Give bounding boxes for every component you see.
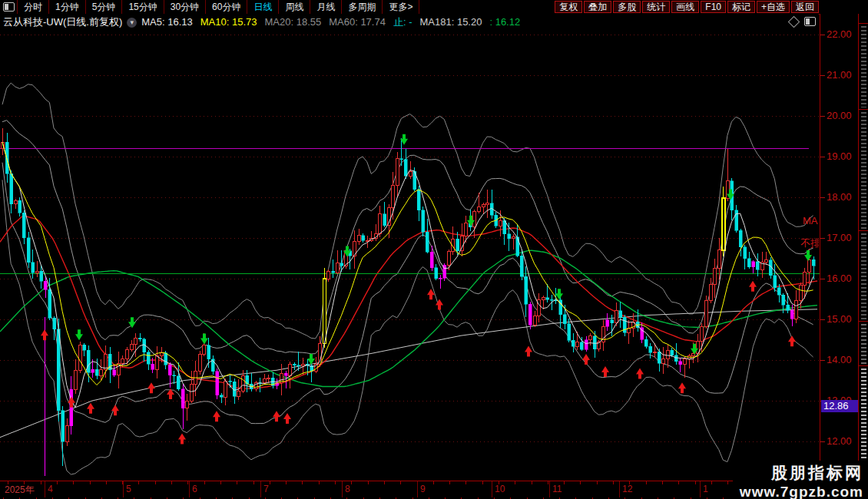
toolbar-button-6[interactable]: F10: [701, 1, 726, 13]
axis-tick: [820, 116, 825, 117]
buy-signal-arrow: [273, 411, 280, 421]
buy-signal-arrow: [582, 354, 590, 365]
buy-signal-arrow: [41, 329, 48, 340]
nav-period-2[interactable]: 1分钟: [49, 0, 86, 14]
watermark-url: www.7gpzb.com: [733, 484, 863, 499]
time-tick: [465, 481, 466, 484]
nav-period-10[interactable]: 多周期: [342, 0, 383, 14]
time-tick: [73, 481, 74, 484]
time-tick: [41, 481, 41, 484]
toolbar-button-3[interactable]: 多股: [613, 1, 641, 13]
window-layout-icon[interactable]: [0, 0, 18, 14]
indicator-value-1: MA5: 16.13: [141, 16, 193, 28]
axis-tick: [820, 35, 825, 35]
toolbar-button-8[interactable]: +自选: [757, 1, 790, 13]
month-separator: [342, 481, 343, 498]
nav-period-6[interactable]: 60分钟: [206, 0, 247, 14]
time-tick: [319, 481, 320, 484]
month-label-12: 12: [622, 484, 632, 494]
header-right-icons: [790, 17, 816, 26]
time-tick: [8, 481, 8, 484]
strip-segment-5[interactable]: [859, 365, 868, 461]
sell-signal-arrow: [75, 329, 83, 340]
buy-signal-arrow: [213, 411, 220, 421]
toolbar-button-5[interactable]: 画线: [671, 1, 699, 13]
diamond-icon[interactable]: [788, 15, 800, 28]
time-tick: [662, 481, 663, 484]
time-axis: 2025年 4567891011121: [0, 481, 820, 499]
month-separator: [417, 481, 418, 498]
price-label-20.00: 20.00: [827, 110, 859, 121]
month-label-11: 11: [552, 484, 562, 494]
nav-period-3[interactable]: 5分钟: [86, 0, 123, 14]
right-edge-vertical-strip[interactable]: [858, 14, 868, 499]
buy-signal-arrow: [525, 345, 532, 356]
toolbar-button-2[interactable]: 叠加: [584, 1, 611, 13]
buy-signal-arrow: [147, 382, 155, 393]
month-separator: [700, 481, 701, 498]
nav-period-11[interactable]: 更多>: [383, 0, 419, 14]
price-label-17.00: 17.00: [827, 232, 859, 243]
strip-segment-3[interactable]: [859, 230, 868, 322]
month-separator: [619, 481, 620, 498]
buy-signal-arrow: [636, 368, 644, 379]
time-tick: [678, 481, 679, 484]
nav-period-1[interactable]: 分时: [18, 0, 49, 14]
nav-period-4[interactable]: 15分钟: [122, 0, 164, 14]
axis-tick: [820, 197, 825, 198]
toolbar-button-4[interactable]: 统计: [642, 1, 670, 13]
tiny-vertical-text-pattern: [861, 112, 866, 229]
strip-segment-4[interactable]: [859, 321, 868, 366]
buy-signal-arrow: [788, 335, 796, 346]
time-tick: [433, 481, 434, 484]
toolbar-buttons: 复权叠加多股统计画线F10标记+自选返回: [555, 1, 819, 13]
price-axis: 22.0021.0020.0019.0018.0017.0016.0015.00…: [820, 14, 859, 499]
axis-tick: [820, 441, 825, 442]
time-tick: [613, 481, 614, 484]
time-tick: [351, 481, 352, 484]
time-tick: [711, 481, 712, 484]
indicator-value-3: MA20: 18.55: [264, 16, 321, 28]
month-label-4: 4: [48, 484, 53, 494]
time-tick: [302, 481, 303, 484]
time-tick: [57, 481, 58, 484]
price-label-21.00: 21.00: [827, 69, 859, 81]
buy-signal-arrow: [111, 405, 119, 415]
axis-tick: [820, 75, 825, 76]
candlestick-chart[interactable]: [0, 31, 820, 482]
month-label-9: 9: [420, 484, 426, 494]
nav-period-8[interactable]: 周线: [279, 0, 310, 14]
time-tick: [237, 481, 237, 484]
symbol-title: 云从科技-UW(日线.前复权): [3, 15, 122, 29]
price-label-16.00: 16.00: [827, 273, 859, 284]
toolbar-button-9[interactable]: 返回: [791, 1, 819, 13]
tiny-vertical-text-pattern: [861, 324, 866, 364]
month-label-7: 7: [263, 484, 269, 494]
chart-header: 云从科技-UW(日线.前复权) ▾ MA5: 16.13MA10: 15.73M…: [0, 14, 818, 31]
split-square-icon[interactable]: [804, 17, 816, 26]
nav-period-7[interactable]: 日线: [247, 0, 279, 14]
time-tick: [155, 481, 156, 484]
toolbar-button-7[interactable]: 标记: [727, 1, 755, 13]
strip-segment-2[interactable]: [859, 109, 868, 231]
time-tick: [695, 481, 696, 484]
strip-segment-1[interactable]: [859, 23, 868, 110]
toolbar-button-1[interactable]: 复权: [555, 1, 582, 13]
price-label-14.00: 14.00: [827, 354, 859, 365]
buy-signal-arrow: [87, 403, 94, 414]
nav-period-9[interactable]: 月线: [310, 0, 342, 14]
site-watermark: 股朋指标网 www.7gpzb.com: [733, 461, 868, 499]
time-tick: [548, 481, 548, 484]
time-tick: [532, 481, 532, 484]
axis-tick: [820, 279, 825, 279]
nav-period-5[interactable]: 30分钟: [164, 0, 206, 14]
price-label-15.00: 15.00: [827, 313, 859, 325]
indicator-value-5: 止: -: [393, 16, 412, 28]
sell-signal-arrow: [307, 354, 315, 365]
chart-canvas[interactable]: [0, 31, 820, 482]
axis-tick: [820, 319, 825, 320]
month-separator: [45, 481, 45, 498]
buy-signal-arrow: [678, 382, 686, 393]
time-tick: [384, 481, 385, 484]
chevron-down-circle-icon[interactable]: ▾: [127, 18, 137, 28]
